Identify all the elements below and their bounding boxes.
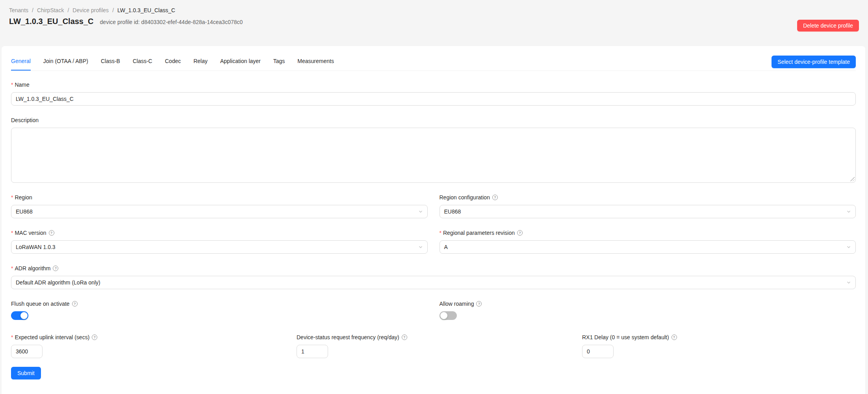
delete-device-profile-button[interactable]: Delete device profile [797,20,859,32]
allow-roaming-label-text: Allow roaming [440,301,474,307]
chevron-down-icon [418,209,423,214]
regional-parameters-label: * Regional parameters revision ? [440,229,856,237]
region-field: * Region EU868 [11,193,428,218]
help-icon[interactable]: ? [92,335,97,340]
help-icon[interactable]: ? [72,301,78,307]
toggles-row: Flush queue on activate ? Allow roaming … [11,299,856,321]
required-mark: * [11,82,13,87]
help-icon[interactable]: ? [49,230,54,236]
device-profile-card: General Join (OTAA / ABP) Class-B Class-… [2,46,865,394]
name-label-text: Name [15,82,29,88]
help-icon[interactable]: ? [476,301,482,307]
uplink-interval-label-text: Expected uplink interval (secs) [15,334,89,340]
adr-algorithm-label: * ADR algorithm ? [11,264,856,273]
tab-relay[interactable]: Relay [193,53,208,71]
help-icon[interactable]: ? [517,230,523,236]
regional-parameters-select[interactable]: A [440,240,856,254]
region-label-text: Region [15,194,32,201]
allow-roaming-field: Allow roaming ? [440,299,856,321]
chevron-down-icon [846,280,851,285]
tab-application-layer[interactable]: Application layer [220,53,261,71]
region-configuration-label-text: Region configuration [440,194,490,201]
region-select-value: EU868 [16,208,33,215]
required-mark: * [11,335,13,340]
adr-algorithm-field: * ADR algorithm ? Default ADR algorithm … [11,264,856,289]
name-label: * Name [11,80,856,89]
flush-queue-label-text: Flush queue on activate [11,301,70,307]
breadcrumb-tenants[interactable]: Tenants [9,7,28,13]
tab-measurements[interactable]: Measurements [297,53,334,71]
select-device-profile-template-button[interactable]: Select device-profile template [772,56,856,68]
uplink-interval-field: * Expected uplink interval (secs) ? [11,333,285,358]
mac-version-row: * MAC version ? LoRaWAN 1.0.3 * Regional… [11,229,856,254]
region-configuration-select[interactable]: EU868 [440,205,856,218]
rx1-delay-field: RX1 Delay (0 = use system default) ? [582,333,856,358]
required-mark: * [11,230,13,236]
page-header: Tenants / ChirpStack / Device profiles /… [0,0,868,26]
tab-tags[interactable]: Tags [273,53,285,71]
breadcrumb-separator: / [67,7,69,13]
description-textarea[interactable] [11,128,856,183]
submit-button[interactable]: Submit [11,367,41,379]
uplink-interval-input[interactable] [11,345,43,358]
device-status-frequency-label-text: Device-status request frequency (req/day… [297,334,399,340]
rx1-delay-input[interactable] [582,345,614,358]
flush-queue-field: Flush queue on activate ? [11,299,428,321]
rx1-delay-label-text: RX1 Delay (0 = use system default) [582,334,669,340]
tab-codec[interactable]: Codec [165,53,181,71]
tab-join-otaa-abp[interactable]: Join (OTAA / ABP) [43,53,88,71]
rx1-delay-label: RX1 Delay (0 = use system default) ? [582,333,856,342]
regional-parameters-select-value: A [444,244,448,250]
device-status-frequency-input[interactable] [297,345,328,358]
description-textarea-wrap [11,128,856,183]
tab-class-c[interactable]: Class-C [133,53,152,71]
flush-queue-label: Flush queue on activate ? [11,299,428,308]
required-mark: * [440,230,441,236]
adr-algorithm-label-text: ADR algorithm [15,265,50,271]
name-input[interactable] [11,92,856,106]
device-status-frequency-label: Device-status request frequency (req/day… [297,333,570,342]
description-label-text: Description [11,117,39,123]
help-icon[interactable]: ? [53,266,58,271]
page-title: LW_1.0.3_EU_Class_C [9,17,94,26]
intervals-row: * Expected uplink interval (secs) ? Devi… [11,333,856,358]
adr-algorithm-select-value: Default ADR algorithm (LoRa only) [16,279,100,286]
mac-version-select-value: LoRaWAN 1.0.3 [16,244,56,250]
help-icon[interactable]: ? [492,195,498,200]
description-label: Description [11,116,856,125]
regional-parameters-field: * Regional parameters revision ? A [440,229,856,254]
breadcrumb-separator: / [32,7,33,13]
name-field: * Name [11,80,856,106]
breadcrumb-current: LW_1.0.3_EU_Class_C [117,7,175,13]
region-label: * Region [11,193,428,202]
title-row: LW_1.0.3_EU_Class_C device profile id: d… [9,17,859,26]
region-configuration-field: Region configuration ? EU868 [440,193,856,218]
tab-class-b[interactable]: Class-B [101,53,120,71]
general-form: * Name Description * Region [11,71,856,379]
allow-roaming-toggle[interactable] [440,311,457,320]
device-status-frequency-field: Device-status request frequency (req/day… [297,333,570,358]
mac-version-field: * MAC version ? LoRaWAN 1.0.3 [11,229,428,254]
breadcrumb-device-profiles[interactable]: Device profiles [72,7,109,13]
required-mark: * [11,266,13,271]
chevron-down-icon [418,245,423,249]
device-profile-id: device profile id: d8403302-efef-44de-82… [100,19,243,25]
tabs-bar: General Join (OTAA / ABP) Class-B Class-… [11,46,856,71]
mac-version-select[interactable]: LoRaWAN 1.0.3 [11,240,428,254]
region-configuration-select-value: EU868 [444,208,461,215]
breadcrumb-separator: / [112,7,114,13]
mac-version-label: * MAC version ? [11,229,428,237]
chevron-down-icon [846,209,851,214]
flush-queue-toggle[interactable] [11,311,28,320]
tab-general[interactable]: General [11,53,31,71]
adr-algorithm-select[interactable]: Default ADR algorithm (LoRa only) [11,276,856,289]
breadcrumb-chirpstack[interactable]: ChirpStack [37,7,64,13]
help-icon[interactable]: ? [402,335,407,340]
region-row: * Region EU868 Region configuration ? EU… [11,193,856,218]
help-icon[interactable]: ? [671,335,677,340]
uplink-interval-label: * Expected uplink interval (secs) ? [11,333,285,342]
region-select[interactable]: EU868 [11,205,428,218]
region-configuration-label: Region configuration ? [440,193,856,202]
chevron-down-icon [846,245,851,249]
breadcrumb: Tenants / ChirpStack / Device profiles /… [9,7,859,13]
